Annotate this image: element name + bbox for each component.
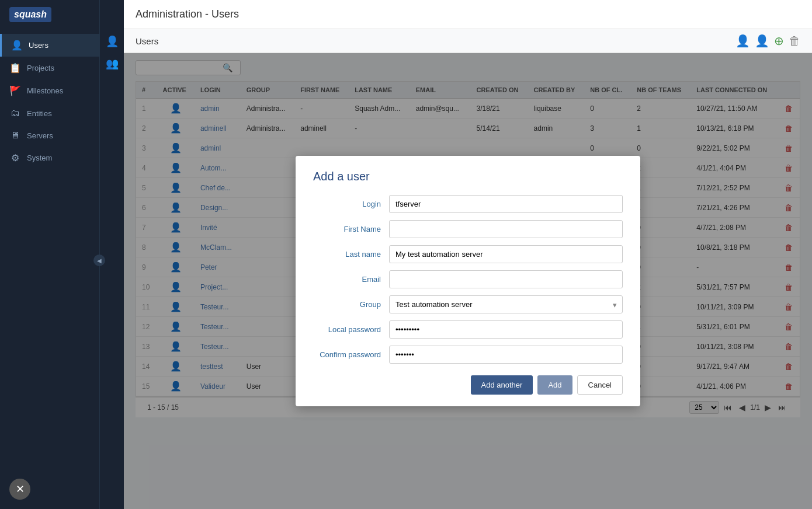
add-button[interactable]: Add [537,375,572,395]
system-icon: ⚙ [9,152,21,163]
modal-footer: Add another Add Cancel [313,375,623,395]
confirm-password-row: Confirm password [313,346,623,364]
add-user-green-icon[interactable]: 👤 [735,34,750,48]
logo: squash [0,0,99,29]
milestones-icon: 🚩 [9,85,21,96]
group-select-wrapper: Test automation server Administrator Use… [389,295,623,313]
password-label: Local password [313,325,389,334]
login-label: Login [313,200,389,208]
group-row: Group Test automation server Administrat… [313,295,623,313]
sidebar-item-milestones-label: Milestones [27,86,63,95]
group-sidebar-icon[interactable]: 👥 [106,57,119,70]
lastname-input[interactable] [389,245,623,263]
firstname-input[interactable] [389,220,623,238]
sidebar-item-users[interactable]: 👤 Users [0,34,99,57]
page-title: Administration - Users [136,8,239,20]
modal-title: Add a user [313,170,623,183]
users-icon: 👤 [11,40,23,51]
confirm-password-label: Confirm password [313,350,389,359]
entities-icon: 🗂 [9,108,21,118]
email-row: Email [313,270,623,288]
sidebar-item-users-label: Users [29,41,48,50]
remove-user-icon[interactable]: 👤 [755,34,769,48]
sidebar: squash 👤 Users 📋 Projects 🚩 Milestones 🗂… [0,0,99,509]
sidebar-item-milestones[interactable]: 🚩 Milestones [0,79,99,102]
sidebar-item-servers-label: Servers [27,131,53,140]
sidebar-item-projects[interactable]: 📋 Projects [0,57,99,79]
sub-title: Users [136,36,158,46]
modal-overlay: Add a user Login First Name Last name Em… [124,53,812,509]
firstname-label: First Name [313,225,389,233]
cancel-button[interactable]: Cancel [577,375,623,395]
projects-icon: 📋 [9,62,21,74]
sidebar-icon-column: 👤 👥 [99,0,124,509]
sidebar-item-entities[interactable]: 🗂 Entities [0,102,99,124]
sub-header: Users 👤 👤 ⊕ 🗑 [124,29,812,53]
login-input[interactable] [389,195,623,213]
sidebar-item-system-label: System [27,154,52,162]
logo-text: squash [9,7,51,22]
sidebar-nav: 👤 Users 📋 Projects 🚩 Milestones 🗂 Entiti… [0,29,99,469]
group-label: Group [313,300,389,309]
content-area: 🔍 # ACTIVE LOGIN GROUP FIRST NAME LAST N… [124,53,812,509]
firstname-row: First Name [313,220,623,238]
sidebar-item-servers[interactable]: 🖥 Servers [0,124,99,147]
close-button[interactable]: ✕ [9,479,30,500]
email-label: Email [313,275,389,284]
login-row: Login [313,195,623,213]
email-input[interactable] [389,270,623,288]
add-another-button[interactable]: Add another [471,375,533,395]
sidebar-item-entities-label: Entities [27,109,52,118]
sidebar-item-system[interactable]: ⚙ System [0,147,99,169]
sidebar-item-projects-label: Projects [27,64,54,72]
main-area: Administration - Users Users 👤 👤 ⊕ 🗑 🔍 # [124,0,812,509]
delete-icon[interactable]: 🗑 [789,34,800,48]
header-actions: 👤 👤 ⊕ 🗑 [735,34,800,48]
lastname-row: Last name [313,245,623,263]
sidebar-bottom: ✕ [0,469,99,509]
group-select[interactable]: Test automation server Administrator Use… [389,295,623,313]
user-sidebar-icon[interactable]: 👤 [106,35,119,48]
confirm-password-input[interactable] [389,346,623,364]
add-user-modal: Add a user Login First Name Last name Em… [296,156,640,406]
top-header: Administration - Users [124,0,812,29]
password-input[interactable] [389,320,623,339]
password-row: Local password [313,320,623,339]
servers-icon: 🖥 [9,130,21,141]
collapse-button[interactable]: ◀ [93,254,105,266]
lastname-label: Last name [313,250,389,259]
add-circle-icon[interactable]: ⊕ [774,34,784,48]
